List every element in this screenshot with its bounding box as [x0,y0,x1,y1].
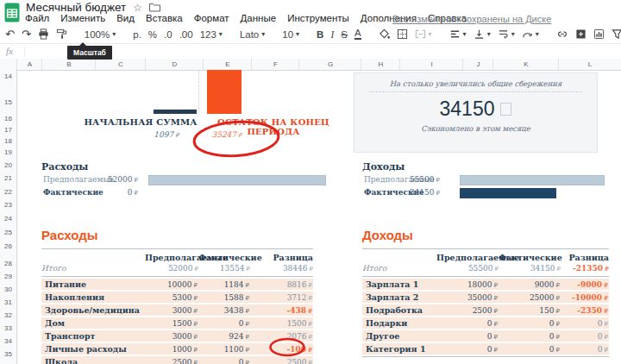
column-header-J[interactable]: J [462,59,493,70]
fill-color-icon[interactable] [379,28,390,40]
table-row[interactable]: Накопления 5300₽ 1588₽ 3712₽ [41,292,313,303]
vertical-align-icon[interactable]: ▾ [474,28,491,40]
percent-format-button[interactable]: % [148,29,157,40]
expenses-table-title[interactable]: Расходы [41,228,313,245]
table-row[interactable]: Зарплата 2 35000₽ 25000₽ -10000₽ [362,292,609,303]
income-total-row[interactable]: Итого 55500₽ 34150₽ -21350₽ [362,263,609,273]
row-header-29[interactable]: 29 [0,273,16,283]
font-size-select[interactable]: 10▾ [282,29,299,40]
table-row[interactable]: Личные расходы 1000₽ 1100₽ -100₽ [41,343,313,355]
column-header-D[interactable]: D [145,59,204,70]
zoom-select[interactable]: 100%▾ [85,29,116,40]
row-header-17[interactable]: 17 [0,126,16,136]
row-header-25[interactable]: 25 [0,229,16,239]
table-row[interactable]: Подарки 0₽ 0₽ 0₽ [362,317,609,329]
row-header-34[interactable]: 34 [0,337,16,348]
column-header-E[interactable]: E [203,59,252,70]
expenses-total-row[interactable]: Итого 52000₽ 13554₽ 38446₽ [41,263,313,273]
table-row[interactable]: Категория 1 0₽ 0₽ 0₽ [362,343,609,355]
bold-button[interactable]: B [317,29,323,40]
undo-icon[interactable]: ↶ [5,28,15,41]
row-header-20[interactable]: 20 [0,161,16,172]
italic-button[interactable]: I [330,29,334,40]
header-planned[interactable]: Предполагаемые [145,253,198,262]
currency-format-button[interactable]: р. [133,29,141,40]
increase-decimal-button[interactable]: .00 [179,29,193,40]
menu-file[interactable]: Файл [25,13,49,23]
column-header-K[interactable]: K [492,59,559,70]
table-row[interactable]: Питание 10000₽ 1184₽ 8816₽ [41,279,313,290]
insert-chart-icon[interactable] [593,28,605,40]
savings-panel[interactable]: На столько увеличились общие сбережения … [354,72,598,153]
row-header-23[interactable]: 23 [0,201,16,211]
table-row[interactable]: Подработка 2500₽ 150₽ -2350₽ [362,304,609,316]
table-row[interactable]: Школа 2500₽ 0₽ 2500₽ [41,356,313,364]
column-header-C[interactable]: C [95,59,146,70]
sheets-logo-icon[interactable] [4,3,20,22]
column-header-F[interactable]: F [251,59,299,70]
move-folder-icon[interactable] [149,3,160,12]
row-header-22[interactable]: 22 [0,188,16,198]
income-table-title[interactable]: Доходы [362,228,609,245]
row-header-15[interactable]: 15 [0,98,16,109]
redo-icon[interactable]: ↷ [22,28,31,41]
paint-format-icon[interactable] [56,28,67,40]
horizontal-align-icon[interactable]: ▾ [449,28,467,40]
expenses-actual-value[interactable]: 0₽ [90,188,138,197]
menu-edit[interactable]: Изменить [60,13,105,23]
row-header-32[interactable]: 32 [0,311,16,322]
column-header-I[interactable]: I [399,59,463,70]
menu-tools[interactable]: Инструменты [287,13,349,23]
filter-icon[interactable]: ▾ [612,28,621,40]
table-row[interactable]: Зарплата 1 18000₽ 9000₽ -9000₽ [362,279,609,290]
row-header-24[interactable]: 24 [0,215,16,225]
column-header-H[interactable]: H [361,59,400,70]
table-row[interactable]: Здоровье/медицина 3000₽ 3438₽ -438₽ [41,304,313,316]
font-select[interactable]: Lato▾ [240,29,265,40]
header-diff[interactable]: Разница [250,253,313,262]
menu-view[interactable]: Вид [116,13,135,23]
more-formats-button[interactable]: 123▾ [200,29,223,40]
menu-data[interactable]: Данные [241,13,277,23]
row-header-26[interactable]: 26 [0,242,16,253]
header-actual[interactable]: Фактические [198,253,250,262]
menu-format[interactable]: Формат [194,13,229,23]
column-header-L[interactable]: L [558,59,621,70]
income-summary-title[interactable]: Доходы [362,161,405,173]
income-planned-value[interactable]: 55500₽ [390,175,440,184]
row-header-18[interactable]: 18 [0,137,16,147]
table-row[interactable]: Другое 0₽ 0₽ 0₽ [362,330,609,342]
insert-comment-icon[interactable] [575,28,586,40]
header-actual[interactable]: Фактические [499,253,561,262]
insert-link-icon[interactable] [556,28,568,40]
row-header-30[interactable]: 30 [0,286,16,296]
strikethrough-button[interactable]: S [341,29,348,40]
column-header-A[interactable]: A [16,59,42,70]
document-title[interactable]: Месячный бюджет [26,1,126,14]
merge-cells-icon[interactable]: ▾ [415,28,432,40]
borders-icon[interactable] [397,28,408,40]
table-row[interactable]: Дом 1500₽ 0₽ 1500₽ [41,317,313,329]
expenses-summary-title[interactable]: Расходы [41,161,88,173]
text-color-button[interactable]: A [354,28,361,40]
text-rotation-icon[interactable]: ▾ [522,28,539,40]
text-wrap-icon[interactable]: ▾ [498,28,515,40]
print-icon[interactable] [38,28,49,40]
row-header-19[interactable]: 19 [0,148,16,159]
row-header-31[interactable]: 31 [0,298,16,309]
header-diff[interactable]: Разница [561,253,609,262]
chart-bar-start[interactable] [154,110,197,114]
menu-insert[interactable]: Вставка [146,13,183,23]
row-header-28[interactable]: 28 [0,260,16,270]
chart-bar-end[interactable] [207,70,242,114]
decrease-decimal-button[interactable]: .0 [164,29,172,40]
column-header-B[interactable]: B [41,59,96,70]
star-icon[interactable]: ☆ [133,3,142,13]
save-status-link[interactable]: Все изменения сохранены на Диске [392,14,551,24]
header-planned[interactable]: Предполагаемые [436,253,499,262]
row-header-21[interactable]: 21 [0,174,16,185]
select-all-corner[interactable] [0,59,17,70]
row-header-35[interactable]: 35 [0,350,16,361]
expenses-planned-value[interactable]: 52000₽ [90,175,138,184]
row-header-16[interactable]: 16 [0,115,16,125]
